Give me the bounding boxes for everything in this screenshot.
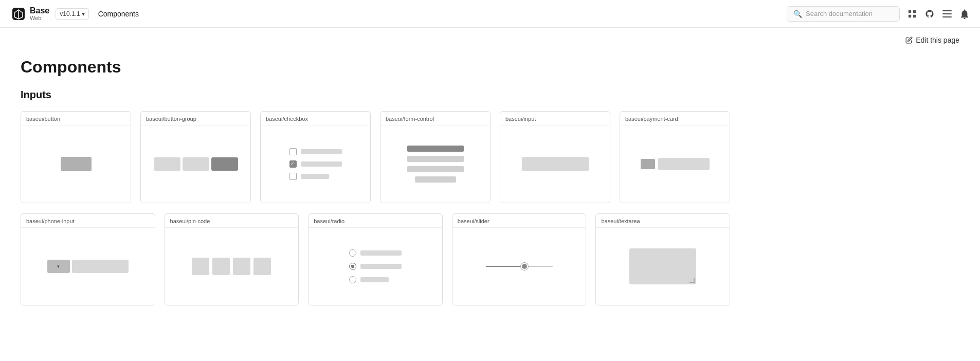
inputs-row-2: baseui/phone-input ▾ baseui/pin-code bbox=[21, 213, 730, 305]
header-actions: 🔍 Search documentation bbox=[787, 6, 970, 22]
button-group-preview-shape bbox=[154, 157, 238, 171]
slack-icon[interactable] bbox=[907, 9, 917, 19]
card-button-group-label: baseui/button-group bbox=[141, 112, 250, 125]
card-pin-code-label: baseui/pin-code bbox=[165, 214, 299, 228]
version-selector[interactable]: v10.1.1 ▾ bbox=[56, 8, 88, 20]
card-phone-input-preview: ▾ bbox=[21, 228, 155, 305]
card-pin-code-preview bbox=[165, 228, 299, 305]
search-icon: 🔍 bbox=[793, 10, 802, 18]
search-box[interactable]: 🔍 Search documentation bbox=[787, 6, 900, 22]
input-preview-shape bbox=[522, 157, 589, 171]
base-logo-icon bbox=[10, 6, 27, 22]
svg-rect-3 bbox=[909, 10, 911, 12]
card-textarea-label: baseui/textarea bbox=[596, 214, 730, 228]
menu-lines-icon[interactable] bbox=[942, 9, 952, 19]
card-button-group-preview bbox=[141, 125, 250, 203]
payment-card-preview-shape bbox=[641, 158, 710, 170]
section-inputs-title: Inputs bbox=[21, 89, 730, 101]
svg-rect-6 bbox=[913, 14, 916, 17]
card-slider-label: baseui/slider bbox=[452, 214, 586, 228]
version-label: v10.1.1 bbox=[60, 10, 80, 17]
checkbox-preview-shape bbox=[289, 148, 342, 180]
card-checkbox-preview bbox=[261, 125, 370, 203]
edit-icon bbox=[905, 37, 913, 44]
card-radio-label: baseui/radio bbox=[308, 214, 442, 228]
card-checkbox-label: baseui/checkbox bbox=[261, 112, 370, 125]
card-button[interactable]: baseui/button bbox=[21, 111, 131, 203]
textarea-preview-shape bbox=[629, 248, 696, 284]
svg-rect-7 bbox=[942, 10, 952, 11]
card-phone-input-label: baseui/phone-input bbox=[21, 214, 155, 228]
card-button-preview bbox=[21, 125, 131, 203]
card-button-label: baseui/button bbox=[21, 112, 131, 125]
logo-sub: Web bbox=[30, 15, 49, 21]
card-phone-input[interactable]: baseui/phone-input ▾ bbox=[21, 213, 155, 305]
edit-page-link[interactable]: Edit this page bbox=[905, 36, 959, 44]
card-input-preview bbox=[500, 125, 610, 203]
logo-text: Base Web bbox=[30, 6, 49, 22]
card-form-control[interactable]: baseui/form-control bbox=[380, 111, 491, 203]
card-slider[interactable]: baseui/slider bbox=[452, 213, 587, 305]
card-checkbox[interactable]: baseui/checkbox bbox=[260, 111, 371, 203]
pin-code-preview-shape bbox=[192, 258, 271, 275]
svg-rect-4 bbox=[913, 10, 916, 12]
edit-page-label: Edit this page bbox=[916, 36, 959, 44]
slider-preview-shape bbox=[486, 261, 553, 272]
card-textarea[interactable]: baseui/textarea bbox=[595, 213, 730, 305]
svg-rect-8 bbox=[942, 13, 952, 14]
card-button-group[interactable]: baseui/button-group bbox=[140, 111, 251, 203]
card-slider-preview bbox=[452, 228, 586, 305]
card-pin-code[interactable]: baseui/pin-code bbox=[165, 213, 299, 305]
card-payment-card[interactable]: baseui/payment-card bbox=[620, 111, 730, 203]
card-radio[interactable]: baseui/radio bbox=[308, 213, 443, 305]
card-payment-card-preview bbox=[620, 125, 730, 203]
card-form-control-label: baseui/form-control bbox=[380, 112, 490, 125]
header: Base Web v10.1.1 ▾ Components 🔍 Search d… bbox=[0, 0, 980, 28]
card-radio-preview bbox=[308, 228, 442, 305]
inputs-row-1: baseui/button baseui/button-group baseui… bbox=[21, 111, 730, 203]
phone-input-preview-shape: ▾ bbox=[47, 260, 129, 273]
logo-name: Base bbox=[30, 6, 49, 15]
edit-bar: Edit this page bbox=[0, 28, 980, 47]
card-form-control-preview bbox=[380, 125, 490, 203]
nav-components[interactable]: Components bbox=[98, 10, 139, 18]
radio-preview-shape bbox=[349, 249, 402, 283]
main-content: Components Inputs baseui/button baseui/b… bbox=[0, 47, 751, 326]
form-control-preview-shape bbox=[389, 146, 482, 183]
card-textarea-preview bbox=[596, 228, 730, 305]
bell-icon[interactable] bbox=[959, 9, 970, 19]
logo-area[interactable]: Base Web bbox=[10, 6, 49, 22]
card-input[interactable]: baseui/input bbox=[500, 111, 610, 203]
card-payment-card-label: baseui/payment-card bbox=[620, 112, 730, 125]
chevron-down-icon: ▾ bbox=[82, 10, 85, 17]
svg-rect-5 bbox=[909, 14, 911, 17]
card-input-label: baseui/input bbox=[500, 112, 610, 125]
search-placeholder: Search documentation bbox=[806, 10, 873, 17]
page-title: Components bbox=[21, 58, 730, 77]
svg-rect-9 bbox=[942, 16, 952, 17]
github-icon[interactable] bbox=[924, 9, 935, 19]
button-preview-shape bbox=[61, 157, 92, 171]
